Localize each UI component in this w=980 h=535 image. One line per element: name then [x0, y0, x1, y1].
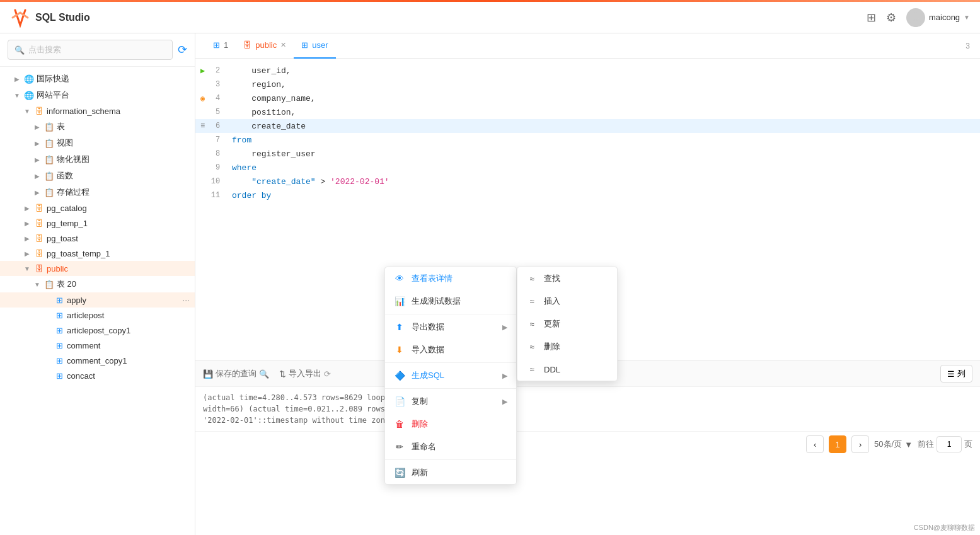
- tree-icon-pgcatalog: 🗄: [34, 203, 44, 213]
- sidebar-item-info-schema[interactable]: ▼ 🗄 information_schema: [0, 103, 195, 118]
- sidebar-item-procs[interactable]: ▶ 📋 存储过程: [0, 184, 195, 200]
- ctx-refresh[interactable]: 🔄 刷新: [385, 461, 516, 484]
- sub-delete-icon: ≈: [526, 341, 538, 352]
- tree-icon-comment: ⊞: [54, 340, 64, 350]
- tree-arrow-intl: ▶: [13, 76, 21, 83]
- ctx-rename[interactable]: ✏ 重命名: [385, 435, 516, 458]
- sidebar-item-matviews[interactable]: ▶ 📋 物化视图: [0, 151, 195, 168]
- ctx-export-arrow: ▶: [502, 323, 507, 331]
- code-string-10b: '2022-02-01': [330, 177, 389, 187]
- sub-find[interactable]: ≈ 查找: [517, 267, 617, 290]
- refresh-small-icon[interactable]: ⟳: [324, 369, 331, 379]
- sidebar-item-articlepost-copy1[interactable]: ⊞ articlepost_copy1: [0, 323, 195, 338]
- sidebar-item-pgtoast[interactable]: ▶ 🗄 pg_toast: [0, 231, 195, 246]
- tree-icon-apply: ⊞: [54, 295, 64, 305]
- line-gutter-6: ≡ 6: [195, 122, 227, 130]
- sidebar-item-pgtoasttemp[interactable]: ▶ 🗄 pg_toast_temp_1: [0, 246, 195, 261]
- code-line-9: ◉ 9 where: [195, 161, 980, 175]
- sub-delete[interactable]: ≈ 删除: [517, 335, 617, 358]
- columns-icon: ☰: [947, 369, 955, 379]
- code-line-8: ◉ 8 register_user: [195, 147, 980, 161]
- tree-label-pgtoasttemp: pg_toast_temp_1: [47, 249, 110, 258]
- code-content-11: order by: [232, 191, 271, 200]
- search-box[interactable]: 🔍 点击搜索: [8, 40, 173, 60]
- tree-arrow-matviews: ▶: [33, 156, 42, 163]
- ctx-view-detail[interactable]: 👁 查看表详情: [385, 267, 516, 290]
- tree-icon-procs: 📋: [44, 187, 54, 197]
- ctx-gen-sql[interactable]: 🔷 生成SQL ▶: [385, 364, 516, 387]
- sub-update[interactable]: ≈ 更新: [517, 313, 617, 335]
- ctx-gen-test[interactable]: 📊 生成测试数据: [385, 290, 516, 313]
- tree-arrow-funcs: ▶: [33, 173, 42, 180]
- sidebar-item-intl[interactable]: ▶ 🌐 国际快递: [0, 71, 195, 87]
- right-panel-indicator: 3: [966, 42, 970, 50]
- tree-label-tables: 表: [57, 121, 65, 132]
- settings-icon[interactable]: ⚙: [886, 11, 896, 25]
- tree-icon-funcs: 📋: [44, 171, 54, 181]
- sidebar-item-public[interactable]: ▼ 🗄 public: [0, 261, 195, 276]
- page-prev[interactable]: ‹: [806, 435, 824, 453]
- topbar: SQL Studio ⊞ ⚙ maicong ▼: [0, 2, 980, 33]
- sidebar-refresh-icon[interactable]: ⟳: [178, 43, 187, 57]
- monitor-icon[interactable]: ⊞: [867, 11, 876, 25]
- ctx-delete[interactable]: 🗑 删除: [385, 413, 516, 435]
- goto-page: 前往 页: [918, 436, 972, 452]
- sub-ddl[interactable]: ≈ DDL: [517, 358, 617, 381]
- tree-icon-views: 📋: [44, 138, 54, 148]
- sub-insert[interactable]: ≈ 插入: [517, 290, 617, 313]
- sidebar-item-apply[interactable]: ⊞ apply ···: [0, 292, 195, 308]
- code-content-6: create_date: [232, 122, 306, 131]
- sub-ddl-icon: ≈: [526, 364, 538, 375]
- ctx-export-icon: ⬆: [394, 321, 405, 333]
- result-line-3: '2022-02-01'::timestamp without time zon…: [203, 415, 972, 426]
- line-gutter-5: ◉ 5: [195, 108, 227, 117]
- tab1-icon: ⊞: [213, 40, 220, 50]
- tree-label-pgtoast: pg_toast: [47, 234, 78, 243]
- sidebar-item-tables[interactable]: ▶ 📋 表: [0, 118, 195, 135]
- tree-dots-apply[interactable]: ···: [182, 295, 190, 305]
- ctx-export[interactable]: ⬆ 导出数据 ▶: [385, 316, 516, 338]
- run-button-2[interactable]: ▶: [200, 66, 205, 76]
- page-size-selector[interactable]: 50条/页 ▼: [874, 439, 913, 450]
- ctx-gen-sql-label: 生成SQL: [412, 370, 496, 381]
- columns-button[interactable]: ☰ 列: [940, 365, 972, 383]
- avatar: [906, 8, 925, 27]
- tab-public-label: public: [255, 40, 277, 50]
- toolbar-import-export[interactable]: ⇅ 导入导出 ⟳: [279, 368, 331, 379]
- svg-point-0: [912, 12, 919, 20]
- ctx-copy[interactable]: 📄 复制 ▶: [385, 390, 516, 413]
- sidebar-item-views[interactable]: ▶ 📋 视图: [0, 135, 195, 151]
- svg-point-1: [909, 20, 922, 27]
- line-gutter-4: ◉ 4: [195, 94, 227, 103]
- tab-public-icon: 🗄: [243, 40, 251, 50]
- tab-user[interactable]: ⊞ user: [294, 33, 335, 59]
- avatar-svg: [906, 8, 925, 27]
- tab-public-close[interactable]: ✕: [280, 41, 286, 49]
- ctx-import[interactable]: ⬇ 导入数据: [385, 338, 516, 361]
- page-1[interactable]: 1: [829, 435, 846, 453]
- sub-ddl-label: DDL: [544, 365, 560, 374]
- sidebar-item-pgcatalog[interactable]: ▶ 🗄 pg_catalog: [0, 200, 195, 216]
- sidebar-item-comment-copy1[interactable]: ⊞ comment_copy1: [0, 353, 195, 368]
- sidebar-item-web[interactable]: ▼ 🌐 网站平台: [0, 87, 195, 103]
- sidebar-item-tables20[interactable]: ▼ 📋 表 20: [0, 276, 195, 292]
- toolbar-saved-query[interactable]: 💾 保存的查询 🔍: [203, 368, 269, 379]
- sidebar-item-concact[interactable]: ⊞ concact: [0, 368, 195, 383]
- tree-label-apply: apply: [67, 296, 86, 305]
- sub-find-icon: ≈: [526, 273, 538, 284]
- tab-public[interactable]: 🗄 public ✕: [236, 33, 294, 59]
- sidebar-item-funcs[interactable]: ▶ 📋 函数: [0, 168, 195, 184]
- ctx-divider-2: [385, 362, 516, 363]
- user-menu[interactable]: maicong ▼: [906, 8, 970, 27]
- search-small-icon[interactable]: 🔍: [259, 369, 269, 379]
- sidebar: 🔍 点击搜索 ⟳ ▶ 🌐 国际快递 ▼ 🌐 网站平台 ▼ 🗄 inf: [0, 33, 195, 535]
- goto-input[interactable]: [937, 436, 962, 452]
- sidebar-item-comment[interactable]: ⊞ comment: [0, 338, 195, 353]
- tab-1[interactable]: ⊞ 1: [205, 33, 236, 59]
- sidebar-item-articlepost[interactable]: ⊞ articlepost: [0, 308, 195, 323]
- page-next[interactable]: ›: [851, 435, 869, 453]
- tree-label-comment: comment: [67, 341, 100, 350]
- submenu-gen-sql: ≈ 查找 ≈ 插入 ≈ 更新 ≈ 删除 ≈ DDL: [517, 267, 618, 381]
- ctx-rename-icon: ✏: [394, 441, 405, 452]
- sidebar-item-pgtemp1[interactable]: ▶ 🗄 pg_temp_1: [0, 216, 195, 231]
